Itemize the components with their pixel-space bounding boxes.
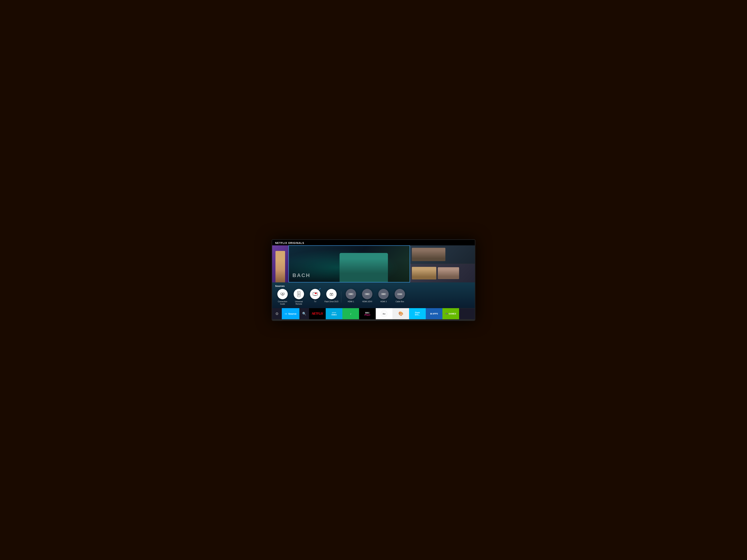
thumb-right-b-person1 bbox=[412, 267, 436, 279]
svg-point-8 bbox=[299, 292, 299, 293]
connection-guide-icon bbox=[280, 292, 285, 297]
hdmi2-dvi-icon bbox=[365, 293, 370, 296]
source-item-universal-remote[interactable]: UniversalRemote bbox=[291, 289, 306, 305]
app-apps[interactable]: ⊞ APPS bbox=[426, 308, 442, 319]
thumb-main[interactable]: BACH bbox=[288, 245, 410, 283]
thumb-right-top bbox=[410, 245, 475, 264]
hdmi3-label: HDMI 3 bbox=[380, 300, 387, 303]
games-label: 🎮 GAMES bbox=[445, 313, 456, 315]
hdmi3-icon-circle bbox=[378, 289, 389, 299]
thumb-left-figure bbox=[276, 251, 285, 283]
hdmi1-icon-circle bbox=[346, 289, 356, 299]
svg-rect-23 bbox=[366, 294, 369, 294]
source-item-hdmi2-dvi[interactable]: HDMI 2/DVI bbox=[360, 289, 375, 303]
app-netflix[interactable]: NETFLIX bbox=[309, 308, 326, 319]
tv-frame: NETFLIX ORIGINALS BACH bbox=[272, 239, 475, 321]
svg-rect-9 bbox=[298, 294, 300, 294]
sources-separator bbox=[341, 292, 341, 302]
thumb-left bbox=[272, 245, 288, 283]
source-item-hdmi3[interactable]: HDMI 3 bbox=[376, 289, 391, 303]
svg-rect-21 bbox=[350, 294, 352, 294]
source-item-connection-guide[interactable]: ConnectionGuide bbox=[275, 289, 290, 305]
settings-gear-icon: ⚙ bbox=[275, 312, 279, 316]
connection-guide-label: ConnectionGuide bbox=[278, 300, 287, 305]
spotify-logo: ♪ bbox=[348, 311, 354, 317]
app-games[interactable]: 🎮 GAMES bbox=[442, 308, 459, 319]
settings-button[interactable]: ⚙ bbox=[272, 308, 282, 319]
svg-rect-18 bbox=[330, 293, 331, 294]
cable-box-icon bbox=[397, 293, 403, 296]
svg-rect-28 bbox=[399, 294, 402, 294]
netflix-header: NETFLIX ORIGINALS bbox=[272, 240, 475, 245]
app-prime-video[interactable]: prime video bbox=[326, 308, 342, 319]
svg-rect-11 bbox=[298, 295, 300, 295]
source-item-cable-box[interactable]: Cable Box bbox=[392, 289, 407, 303]
flash-drive-app-label: FlashDriv... bbox=[415, 312, 420, 316]
tv-icon: iTV+ bbox=[313, 292, 318, 296]
thumb-right-person bbox=[412, 248, 445, 261]
svg-text:iTV+: iTV+ bbox=[315, 293, 317, 294]
thumb-right-b-person2 bbox=[438, 267, 459, 279]
app-bbc-iplayer[interactable]: BBC iPlayer bbox=[359, 308, 376, 319]
thumb-main-text: BACH bbox=[292, 272, 310, 278]
hdmi1-icon bbox=[348, 293, 354, 296]
tv-stand-base bbox=[272, 319, 475, 320]
taskbar-apps: NETFLIX prime video ♪ bbox=[309, 308, 475, 319]
cable-box-icon-circle bbox=[395, 289, 405, 299]
connection-guide-icon-circle bbox=[277, 289, 288, 299]
hdmi1-label: HDMI 1 bbox=[348, 300, 354, 303]
sources-label: Sources bbox=[275, 285, 472, 287]
search-icon: 🔍 bbox=[302, 312, 306, 316]
svg-rect-7 bbox=[298, 291, 300, 297]
svg-rect-27 bbox=[398, 294, 399, 294]
taskbar: ⚙ ⇨ Source 🔍 NETFLIX prime bbox=[272, 308, 475, 319]
bbc-iplayer-logo: BBC iPlayer bbox=[364, 312, 370, 316]
source-item-tv[interactable]: iTV+ TV bbox=[308, 289, 323, 303]
flash-drive-duo-icon bbox=[329, 292, 334, 297]
app-unknown[interactable]: 🎨 bbox=[392, 308, 409, 319]
source-item-flash-drive-duo[interactable]: Flash Drive DUO bbox=[324, 289, 339, 303]
apps-label: ⊞ APPS bbox=[430, 313, 438, 315]
tv-label: TV bbox=[314, 300, 316, 303]
svg-rect-13 bbox=[314, 295, 316, 296]
svg-rect-0 bbox=[281, 293, 283, 294]
sources-items: ConnectionGuide UniversalRemote bbox=[275, 289, 472, 307]
thumb-right-bottom bbox=[410, 264, 475, 283]
prime-video-logo: prime video bbox=[331, 312, 337, 316]
thumb-main-figure bbox=[340, 253, 388, 282]
tv-screen: NETFLIX ORIGINALS BACH bbox=[272, 240, 475, 319]
source-arrow-icon: ⇨ bbox=[285, 312, 287, 316]
content-row: BACH bbox=[272, 245, 475, 283]
hdmi2-dvi-label: HDMI 2/DVI bbox=[362, 300, 372, 303]
flash-drive-duo-icon-circle bbox=[326, 289, 337, 299]
universal-remote-icon-circle bbox=[294, 289, 304, 299]
hdmi2-dvi-icon-circle bbox=[362, 289, 372, 299]
tv-icon-circle: iTV+ bbox=[310, 289, 320, 299]
source-button[interactable]: ⇨ Source bbox=[282, 308, 300, 319]
svg-rect-25 bbox=[382, 294, 385, 294]
source-label: Source bbox=[288, 313, 297, 315]
thumb-right-group bbox=[410, 245, 475, 283]
universal-remote-label: UniversalRemote bbox=[295, 300, 303, 305]
search-button[interactable]: 🔍 bbox=[300, 308, 309, 319]
universal-remote-icon bbox=[297, 291, 301, 297]
itv-logo: itv bbox=[381, 310, 388, 317]
svg-rect-1 bbox=[283, 293, 284, 294]
netflix-logo: NETFLIX bbox=[312, 312, 323, 315]
app-spotify[interactable]: ♪ bbox=[342, 308, 359, 319]
cable-box-label: Cable Box bbox=[395, 300, 404, 303]
flash-drive-duo-label: Flash Drive DUO bbox=[325, 300, 338, 303]
svg-rect-10 bbox=[298, 294, 300, 295]
svg-rect-19 bbox=[332, 293, 333, 294]
app-flash-drive[interactable]: FlashDriv... bbox=[409, 308, 426, 319]
netflix-originals-title: NETFLIX ORIGINALS bbox=[275, 241, 304, 244]
hdmi3-icon bbox=[381, 293, 386, 296]
app-itv[interactable]: itv bbox=[376, 308, 392, 319]
source-item-hdmi1[interactable]: HDMI 1 bbox=[343, 289, 358, 303]
sources-panel: Sources Co bbox=[272, 283, 475, 308]
unknown-app-icon: 🎨 bbox=[398, 311, 403, 316]
